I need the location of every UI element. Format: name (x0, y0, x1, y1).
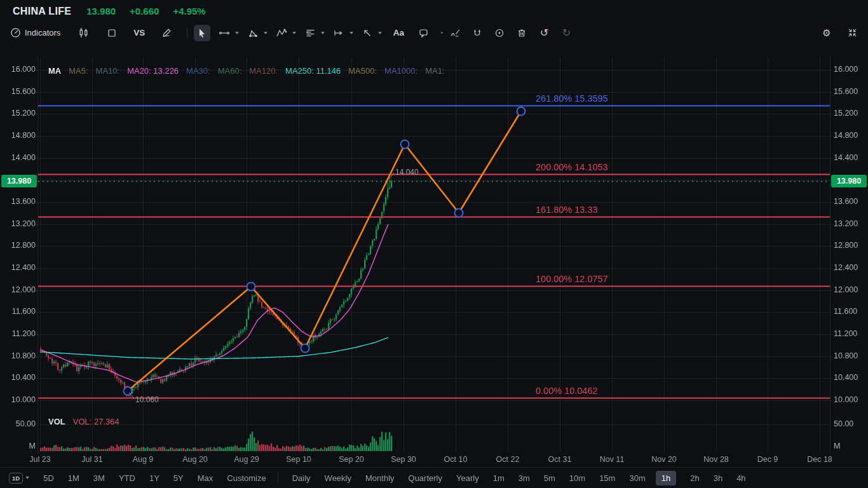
range-button-5y[interactable]: 5Y (173, 473, 184, 483)
price-axis-label: 12.400 (3, 263, 36, 272)
ma-item: MA20: 13.226 (127, 66, 179, 76)
chevron-down-icon[interactable] (378, 32, 382, 34)
range-button-max[interactable]: Max (198, 473, 214, 483)
period-button-5m[interactable]: 5m (544, 473, 555, 483)
period-button-1h[interactable]: 1h (656, 471, 676, 485)
time-axis-label: Oct 10 (433, 455, 478, 464)
vol-label: VOL (48, 417, 65, 426)
period-button-2h[interactable]: 2h (690, 473, 699, 483)
trendline-tool-button[interactable] (216, 25, 233, 41)
range-button-1m[interactable]: 1M (68, 473, 79, 483)
price-axis-label: 13.600 (834, 197, 867, 206)
redo-icon: ↻ (562, 28, 571, 38)
ma-indicator-row[interactable]: MA MA5:MA10:MA20: 13.226MA30:MA60:MA120:… (48, 66, 444, 76)
price-axis-label: 14.800 (834, 131, 867, 140)
interval-dropdown[interactable]: 1D (9, 473, 29, 484)
fib-level-label[interactable]: 0.00% 10.0462 (536, 386, 598, 396)
indicators-label: Indicators (25, 28, 60, 37)
arrow-tool-button[interactable] (359, 25, 376, 41)
time-axis-label: Jul 31 (70, 455, 114, 464)
period-button-weekly[interactable]: Weekly (325, 473, 351, 483)
ma-item: MA60: (218, 66, 242, 76)
text-tool-button[interactable]: Aa (390, 25, 407, 41)
comment-tool-button[interactable] (415, 25, 431, 41)
extend-line-tool-button[interactable] (330, 25, 347, 41)
price-axis-label: 12.800 (834, 241, 867, 250)
price-axis-label: 10.000 (834, 395, 867, 404)
magnet-button[interactable] (469, 25, 485, 41)
fibonacci-tool-button[interactable] (302, 25, 318, 41)
period-button-30m[interactable]: 30m (629, 473, 645, 483)
layout-button[interactable] (104, 25, 120, 41)
visibility-button[interactable] (491, 25, 508, 41)
range-button-1y[interactable]: 1Y (149, 473, 159, 483)
range-button-customize[interactable]: Customize (227, 473, 266, 483)
indicators-button[interactable]: Indicators (10, 25, 60, 41)
period-button-daily[interactable]: Daily (292, 473, 311, 483)
chevron-down-icon[interactable] (321, 32, 325, 34)
undo-icon: ↺ (540, 28, 548, 38)
wave-tool-button[interactable] (273, 25, 290, 41)
chevron-down-icon[interactable] (264, 32, 268, 34)
period-button-3h[interactable]: 3h (714, 473, 722, 483)
time-axis-label: Nov 28 (694, 455, 738, 464)
brush-tool-button[interactable] (447, 25, 463, 41)
fib-level-label[interactable]: 161.80% 13.33 (536, 205, 598, 215)
period-button-4h[interactable]: 4h (736, 473, 745, 483)
square-icon (107, 28, 117, 38)
time-axis-label: Aug 29 (224, 455, 269, 464)
price-axis-label: 10.800 (834, 351, 867, 360)
price-axis-label: 15.600 (3, 87, 36, 96)
delete-button[interactable] (513, 25, 530, 41)
toolbar: Indicators VS (0, 22, 868, 43)
trash-icon (517, 28, 527, 38)
chevron-down-icon[interactable] (292, 32, 296, 34)
period-button-3m[interactable]: 3m (519, 473, 530, 483)
chart-settings-button[interactable]: ⚙ (818, 25, 835, 41)
fib-level-label[interactable]: 261.80% 15.3595 (536, 93, 608, 104)
chart-canvas[interactable] (0, 43, 868, 467)
vol-value: VOL: 27.364 (73, 417, 119, 426)
price-axis-label: 13.600 (3, 197, 36, 206)
period-button-10m[interactable]: 10m (569, 473, 585, 483)
ma-item: MA250: 11.146 (285, 66, 341, 76)
ma-item: MA1000: (384, 66, 417, 76)
ma-item: MA10: (96, 66, 120, 76)
period-button-monthly[interactable]: Monthly (365, 473, 395, 483)
price-axis-label: 14.400 (3, 153, 36, 162)
period-button-15m[interactable]: 15m (599, 473, 615, 483)
signature-icon (450, 28, 461, 38)
volume-indicator-row[interactable]: VOL VOL: 27.364 (48, 417, 119, 426)
period-button-yearly[interactable]: Yearly (456, 473, 479, 483)
range-button-ytd[interactable]: YTD (119, 473, 135, 483)
chart-type-button[interactable] (75, 25, 92, 41)
period-button-quarterly[interactable]: Quarterly (409, 473, 442, 483)
price-axis-label: 11.200 (834, 329, 867, 338)
price-axis-label: 15.200 (834, 109, 867, 118)
compare-button[interactable]: VS (131, 25, 147, 41)
period-button-1m[interactable]: 1m (493, 473, 505, 483)
timeframe-bar: 1D 5D1M3MYTD1Y5YMaxCustomize DailyWeekly… (0, 467, 868, 488)
horizontal-extend-icon (333, 28, 344, 38)
fib-level-label[interactable]: 200.00% 14.1053 (536, 162, 608, 172)
angle-tool-button[interactable] (245, 25, 261, 41)
cursor-tool-button[interactable] (194, 25, 210, 41)
undo-button[interactable]: ↺ (536, 25, 552, 41)
range-button-3m[interactable]: 3M (93, 473, 105, 483)
price-axis-label: 10.000 (3, 395, 36, 404)
price-axis-label: 12.000 (3, 285, 36, 294)
price-axis-label: 12.000 (834, 285, 867, 294)
chevron-down-icon[interactable] (235, 32, 239, 34)
price-axis-label: 10.400 (834, 373, 867, 382)
chevron-down-icon[interactable] (349, 32, 353, 34)
price-axis-label: 11.600 (3, 307, 36, 316)
text-tool-label: Aa (393, 28, 404, 37)
range-button-5d[interactable]: 5D (43, 473, 54, 483)
interval-chip-label: 1D (9, 473, 23, 484)
volume-axis-label: M (3, 442, 36, 451)
exit-fullscreen-button[interactable] (844, 25, 860, 41)
time-axis-label: Nov 20 (642, 455, 686, 464)
fib-level-label[interactable]: 100.00% 12.0757 (536, 274, 608, 284)
draw-button[interactable] (158, 25, 175, 41)
redo-button[interactable]: ↻ (558, 25, 574, 41)
